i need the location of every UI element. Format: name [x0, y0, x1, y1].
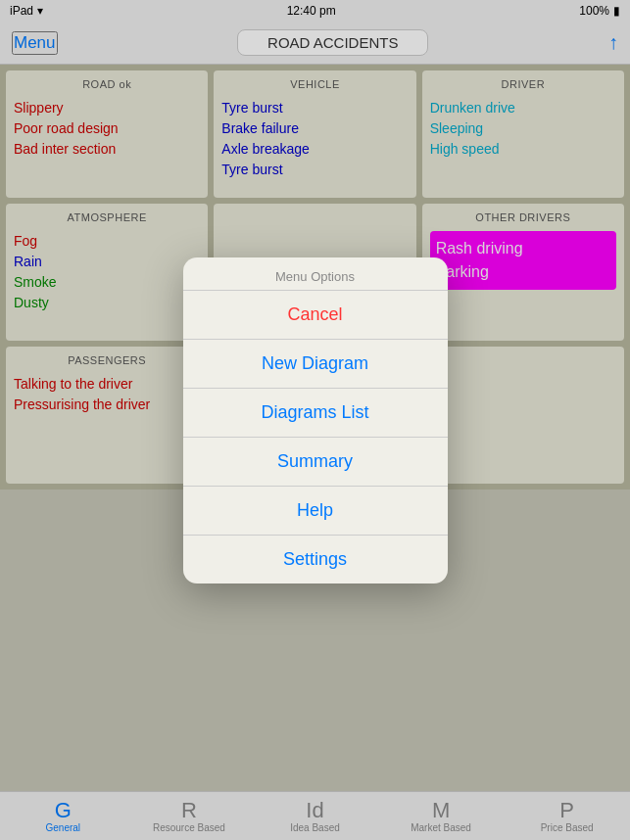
modal-new-diagram-button[interactable]: New Diagram: [183, 340, 448, 389]
modal-settings-button[interactable]: Settings: [183, 536, 448, 583]
modal-cancel-button[interactable]: Cancel: [183, 291, 448, 340]
modal-help-button[interactable]: Help: [183, 487, 448, 536]
modal-overlay[interactable]: Menu Options Cancel New Diagram Diagrams…: [0, 0, 630, 840]
modal-diagrams-list-button[interactable]: Diagrams List: [183, 389, 448, 438]
modal-summary-button[interactable]: Summary: [183, 438, 448, 487]
menu-modal: Menu Options Cancel New Diagram Diagrams…: [183, 257, 448, 583]
modal-title: Menu Options: [183, 257, 448, 290]
